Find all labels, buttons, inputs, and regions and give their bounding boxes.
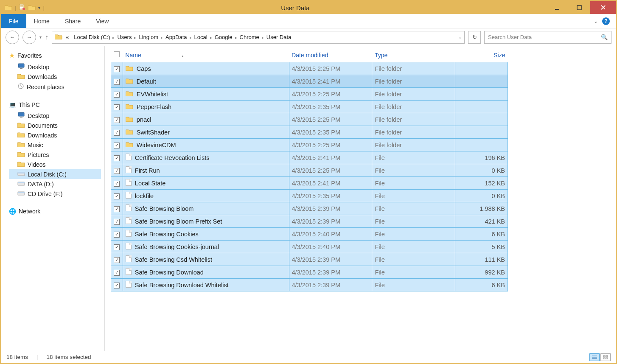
- row-checkbox[interactable]: ✓: [111, 279, 123, 291]
- home-tab[interactable]: Home: [26, 14, 57, 28]
- column-type[interactable]: Type: [372, 48, 455, 62]
- nav-item[interactable]: Desktop: [9, 111, 101, 120]
- nav-item[interactable]: Music: [9, 140, 101, 150]
- table-row[interactable]: ✓SwiftShader4/3/2015 2:35 PMFile folder: [111, 126, 508, 139]
- row-checkbox[interactable]: ✓: [111, 202, 123, 215]
- ribbon-expand-icon[interactable]: ⌄: [594, 18, 598, 24]
- table-row[interactable]: ✓Safe Browsing Cookies4/3/2015 2:40 PMFi…: [111, 228, 508, 241]
- row-name[interactable]: Safe Browsing Bloom: [123, 202, 289, 215]
- row-checkbox[interactable]: ✓: [111, 177, 123, 190]
- row-name[interactable]: Safe Browsing Bloom Prefix Set: [123, 215, 289, 228]
- breadcrumb-segment[interactable]: Users: [115, 34, 133, 40]
- row-name[interactable]: Safe Browsing Csd Whitelist: [123, 253, 289, 266]
- table-row[interactable]: ✓PepperFlash4/3/2015 2:35 PMFile folder: [111, 101, 508, 113]
- file-list-area[interactable]: Name▴ Date modified Type Size ✓Caps4/3/2…: [105, 46, 616, 351]
- thispc-header[interactable]: 💻This PC: [9, 101, 101, 108]
- nav-item[interactable]: Downloads: [9, 72, 101, 81]
- column-date[interactable]: Date modified: [289, 48, 372, 62]
- table-row[interactable]: ✓Default4/3/2015 2:41 PMFile folder: [111, 75, 508, 88]
- address-bar[interactable]: « Local Disk (C:)▸Users▸Linglom▸AppData▸…: [52, 31, 465, 44]
- breadcrumb-segment[interactable]: Google: [213, 34, 234, 40]
- breadcrumb-segment[interactable]: User Data: [265, 34, 293, 40]
- row-checkbox[interactable]: ✓: [111, 266, 123, 279]
- recent-locations-icon[interactable]: ▾: [39, 35, 42, 39]
- row-checkbox[interactable]: ✓: [111, 88, 123, 101]
- row-name[interactable]: Safe Browsing Cookies: [123, 228, 289, 241]
- minimize-button[interactable]: [546, 1, 568, 14]
- close-button[interactable]: ✕: [590, 1, 616, 14]
- details-view-button[interactable]: [589, 353, 600, 361]
- chevron-right-icon[interactable]: ▸: [209, 35, 213, 40]
- refresh-button[interactable]: ↻: [468, 31, 481, 44]
- row-checkbox[interactable]: ✓: [111, 241, 123, 253]
- breadcrumb-segment[interactable]: Linglom: [137, 34, 160, 40]
- nav-item[interactable]: Local Disk (C:): [9, 169, 101, 179]
- title-bar[interactable]: | ▾ | User Data ✕: [1, 1, 616, 14]
- favorites-header[interactable]: ★Favorites: [9, 51, 101, 59]
- table-row[interactable]: ✓Safe Browsing Download4/3/2015 2:39 PMF…: [111, 266, 508, 279]
- breadcrumb-overflow[interactable]: «: [64, 34, 70, 40]
- chevron-right-icon[interactable]: ▸: [189, 35, 193, 40]
- row-name[interactable]: Safe Browsing Download Whitelist: [123, 279, 289, 291]
- up-button[interactable]: ↑: [45, 34, 48, 41]
- properties-icon[interactable]: [19, 4, 25, 12]
- row-checkbox[interactable]: ✓: [111, 164, 123, 177]
- row-checkbox[interactable]: ✓: [111, 62, 123, 75]
- table-row[interactable]: ✓Safe Browsing Download Whitelist4/3/201…: [111, 279, 508, 291]
- row-checkbox[interactable]: ✓: [111, 190, 123, 202]
- row-name[interactable]: PepperFlash: [123, 101, 289, 113]
- nav-item[interactable]: Pictures: [9, 150, 101, 160]
- help-icon[interactable]: ?: [602, 17, 610, 25]
- network-header[interactable]: 🌐Network: [9, 208, 101, 215]
- nav-item[interactable]: Documents: [9, 120, 101, 130]
- table-row[interactable]: ✓Certificate Revocation Lists4/3/2015 2:…: [111, 151, 508, 164]
- row-name[interactable]: First Run: [123, 164, 289, 177]
- row-name[interactable]: Safe Browsing Download: [123, 266, 289, 279]
- row-checkbox[interactable]: ✓: [111, 75, 123, 88]
- file-tab[interactable]: File: [1, 14, 26, 28]
- row-name[interactable]: Caps: [123, 62, 289, 75]
- column-size[interactable]: Size: [455, 48, 508, 62]
- chevron-right-icon[interactable]: ▸: [261, 35, 265, 40]
- row-name[interactable]: Certificate Revocation Lists: [123, 151, 289, 164]
- row-checkbox[interactable]: ✓: [111, 253, 123, 266]
- share-tab[interactable]: Share: [57, 14, 88, 28]
- new-folder-icon[interactable]: [28, 4, 36, 11]
- addr-dropdown-icon[interactable]: ⌄: [458, 35, 462, 39]
- table-row[interactable]: ✓Safe Browsing Bloom4/3/2015 2:39 PMFile…: [111, 202, 508, 215]
- row-checkbox[interactable]: ✓: [111, 228, 123, 241]
- row-checkbox[interactable]: ✓: [111, 113, 123, 126]
- breadcrumb-segment[interactable]: Local: [193, 34, 209, 40]
- view-tab[interactable]: View: [88, 14, 116, 28]
- maximize-button[interactable]: [568, 1, 590, 14]
- row-name[interactable]: SwiftShader: [123, 126, 289, 139]
- nav-item[interactable]: Downloads: [9, 130, 101, 140]
- nav-item[interactable]: Recent places: [9, 81, 101, 92]
- row-name[interactable]: Default: [123, 75, 289, 88]
- table-row[interactable]: ✓Safe Browsing Csd Whitelist4/3/2015 2:3…: [111, 253, 508, 266]
- breadcrumb-segment[interactable]: Local Disk (C:): [72, 34, 112, 40]
- nav-item[interactable]: CD Drive (F:): [9, 189, 101, 199]
- row-name[interactable]: Local State: [123, 177, 289, 190]
- row-checkbox[interactable]: ✓: [111, 139, 123, 151]
- table-row[interactable]: ✓pnacl4/3/2015 2:25 PMFile folder: [111, 113, 508, 126]
- table-row[interactable]: ✓WidevineCDM4/3/2015 2:25 PMFile folder: [111, 139, 508, 151]
- breadcrumb-segment[interactable]: AppData: [164, 34, 189, 40]
- row-checkbox[interactable]: ✓: [111, 101, 123, 113]
- nav-item[interactable]: Desktop: [9, 62, 101, 72]
- table-row[interactable]: ✓Local State4/3/2015 2:41 PMFile152 KB: [111, 177, 508, 190]
- back-button[interactable]: ←: [6, 31, 19, 44]
- row-name[interactable]: Safe Browsing Cookies-journal: [123, 241, 289, 253]
- nav-item[interactable]: DATA (D:): [9, 179, 101, 189]
- table-row[interactable]: ✓First Run4/3/2015 2:25 PMFile0 KB: [111, 164, 508, 177]
- row-checkbox[interactable]: ✓: [111, 151, 123, 164]
- icons-view-button[interactable]: [600, 353, 611, 361]
- table-row[interactable]: ✓Caps4/3/2015 2:25 PMFile folder: [111, 62, 508, 75]
- row-checkbox[interactable]: ✓: [111, 126, 123, 139]
- table-row[interactable]: ✓Safe Browsing Cookies-journal4/3/2015 2…: [111, 241, 508, 253]
- table-row[interactable]: ✓lockfile4/3/2015 2:35 PMFile0 KB: [111, 190, 508, 202]
- forward-button[interactable]: →: [22, 31, 36, 44]
- column-name[interactable]: Name▴: [123, 48, 289, 62]
- row-name[interactable]: EVWhitelist: [123, 88, 289, 101]
- search-box[interactable]: Search User Data 🔍: [484, 31, 611, 44]
